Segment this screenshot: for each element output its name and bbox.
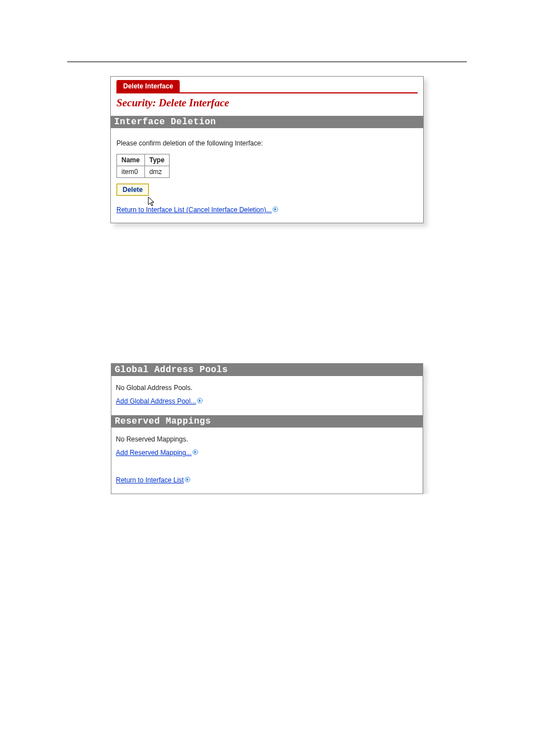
return-interface-list-link[interactable]: Return to Interface List (116, 476, 190, 484)
header-name: Name (117, 154, 145, 166)
tab-delete-interface[interactable]: Delete Interface (116, 80, 180, 92)
tab-underline (116, 92, 418, 93)
table-row: item0 dmz (117, 166, 170, 178)
interface-table: Name Type item0 dmz (116, 154, 170, 178)
return-link-row: Return to Interface List (Cancel Interfa… (116, 206, 418, 214)
add-reserved-mapping-link[interactable]: Add Reserved Mapping... (116, 449, 198, 457)
rm-content: No Reserved Mappings. Add Reserved Mappi… (111, 428, 423, 467)
gap-empty-text: No Global Address Pools. (116, 384, 418, 392)
section-reserved-mappings: Reserved Mappings (111, 415, 423, 428)
nat-panel: Global Address Pools No Global Address P… (111, 363, 423, 494)
return-row: Return to Interface List (111, 467, 423, 494)
table-header-row: Name Type (117, 154, 170, 166)
return-cancel-link[interactable]: Return to Interface List (Cancel Interfa… (116, 206, 278, 214)
add-global-pool-link[interactable]: Add Global Address Pool... (116, 397, 203, 405)
rm-empty-text: No Reserved Mappings. (116, 435, 418, 443)
cell-type: dmz (144, 166, 169, 178)
gap-content: No Global Address Pools. Add Global Addr… (111, 376, 423, 415)
return-interface-list-label: Return to Interface List (116, 476, 184, 484)
arrow-right-icon (273, 206, 278, 214)
confirm-text: Please confirm deletion of the following… (116, 139, 418, 147)
arrow-right-icon (193, 449, 198, 457)
page-title: Security: Delete Interface (116, 97, 418, 109)
nat-sections-figure: Global Address Pools No Global Address P… (111, 363, 423, 494)
arrow-right-icon (185, 476, 190, 484)
delete-button[interactable]: Delete (116, 184, 149, 196)
add-reserved-mapping-label: Add Reserved Mapping... (116, 449, 191, 457)
cell-name: item0 (117, 166, 145, 178)
header-type: Type (144, 154, 169, 166)
section-global-address-pools: Global Address Pools (111, 364, 423, 376)
delete-button-row: Delete (116, 184, 418, 196)
add-global-pool-label: Add Global Address Pool... (116, 397, 196, 405)
delete-interface-figure: Delete Interface Security: Delete Interf… (110, 76, 424, 223)
return-cancel-link-label: Return to Interface List (Cancel Interfa… (116, 206, 271, 214)
deletion-content: Please confirm deletion of the following… (111, 128, 423, 223)
tab-bar: Delete Interface (111, 77, 423, 92)
delete-interface-panel: Delete Interface Security: Delete Interf… (110, 76, 424, 223)
page-top-rule (67, 62, 467, 62)
section-interface-deletion: Interface Deletion (111, 116, 423, 128)
arrow-right-icon (197, 397, 203, 405)
